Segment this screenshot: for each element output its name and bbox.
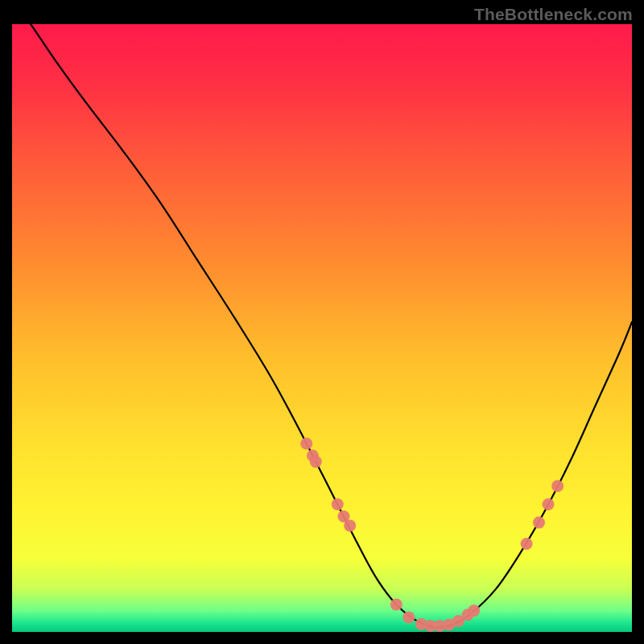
data-point [521, 538, 533, 550]
data-point [543, 498, 555, 510]
data-point [551, 480, 564, 492]
data-point [300, 437, 312, 449]
data-point [468, 605, 480, 617]
heat-gradient-background [12, 24, 632, 632]
data-point [332, 498, 344, 510]
bottleneck-curve [12, 24, 632, 627]
data-point [337, 510, 349, 522]
data-point-group [300, 437, 564, 632]
data-point [390, 599, 402, 611]
chart-stage: TheBottleneck.com [0, 0, 644, 644]
bottleneck-curve-plot [12, 24, 632, 632]
data-point [533, 517, 545, 529]
data-point [461, 609, 473, 621]
data-point [434, 620, 446, 632]
data-point [307, 450, 319, 462]
data-point [452, 615, 464, 627]
data-point [344, 519, 356, 531]
data-point [402, 611, 415, 623]
data-point [415, 618, 427, 630]
data-point [443, 618, 455, 630]
watermark: TheBottleneck.com [474, 5, 633, 24]
data-point [310, 456, 322, 468]
data-point [424, 620, 436, 632]
